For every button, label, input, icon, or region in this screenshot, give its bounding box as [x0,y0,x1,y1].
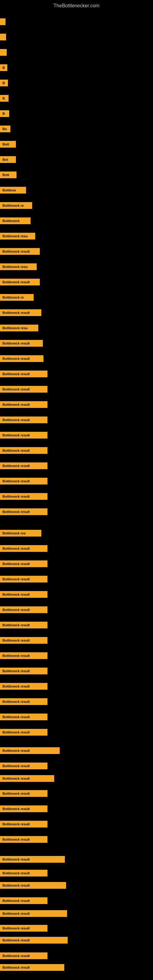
bar-label: Bottleneck result [1,547,31,550]
bar-label: Bottleneck result [1,449,31,452]
bar-rect: Bottleneck resu [0,325,38,331]
bar-rect: B [0,80,8,86]
bar-item: Bottleneck result [0,386,48,393]
bar-item: B [0,64,7,71]
bar-label: Bottleneck resu [1,265,29,269]
bar-item: Bottleneck result [0,545,48,552]
bar-item: Bottleneck result [0,355,43,362]
bar-item: Bottleneck result [0,508,48,515]
bar-label: Bottleneck result [1,387,31,391]
bar-rect: Bottleneck result [0,747,60,754]
bar-label: Bottleneck result [1,250,31,253]
bar-item: B [0,80,8,86]
bar-item: Bottleneck resu [0,263,37,270]
bar-item: Bottleneck result [0,560,48,567]
bar-label: Bottleneck result [1,495,31,498]
bar-label: Bottleneck result [1,638,31,642]
bar-item: Bottleneck result [0,790,48,797]
bar-rect: Bottleneck resu [0,263,37,270]
bar-label: Bottleneck result [1,858,31,861]
bar-rect: Bottleneck result [0,821,48,827]
bar-label: Bottleneck result [1,479,31,483]
bar-item: Bottleneck result [0,401,48,408]
bar-label: Bottleneck result [1,562,31,566]
bar-rect: Bottleneck result [0,897,48,904]
bar-rect: B [0,110,9,117]
bar-rect: Bottleneck result [0,836,48,843]
bar-rect [0,18,5,25]
bar-label: Bottleneck result [1,510,31,514]
bar-item: Bottleneck result [0,606,48,613]
bar-label: Bottleneck result [1,939,31,942]
bar-rect: Bottleneck re [0,294,33,301]
bar-item: Bottleneck result [0,668,48,675]
bar-item: Bottleneck result [0,591,48,598]
bar-item: Bottleneck result [0,447,48,454]
bar-rect: Bottleneck result [0,870,48,877]
bar-item: Bottleneck res [0,530,41,536]
bar-label: Bottleneck result [1,342,31,345]
bar-item: Bottleneck result [0,652,48,659]
bar-rect: Bottleneck result [0,637,48,644]
bar-item: Bottleneck result [0,576,48,582]
bar-label: Bot [1,158,9,161]
bar-label: Bottleneck result [1,954,31,958]
bar-label: B [1,66,6,70]
bar-label: Bottleneck result [1,715,31,719]
bar-rect: Bott [0,172,16,178]
bar-item: Bottleneck re [0,294,33,301]
bar-rect: Bottleneck result [0,964,64,971]
bar-rect: Bottleneck result [0,937,68,943]
bar-label: Bottleneck result [1,464,31,468]
bar-label: Bottleneck result [1,730,31,734]
bar-label: Bottleneck result [1,883,31,887]
bar-item: Bottleneck result [0,925,48,932]
bar-item: Bottleneck result [0,775,54,782]
bar-label: Bottleneck result [1,654,31,657]
bar-rect: Bottleneck result [0,805,48,812]
bar-rect: Bottleneck result [0,882,66,889]
bar-label: Bottleneck result [1,433,31,437]
bar-rect: Bot [0,156,16,163]
bar-label: Bottleneck result [1,838,31,841]
bar-label: Bottleneck result [1,871,31,875]
bar-rect: Bottleneck result [0,386,48,393]
bar-label: Bottleneck result [1,684,31,688]
bar-rect: Bottleneck result [0,925,48,932]
bar-rect: Bott [0,141,16,148]
bar-item: Bottleneck result [0,622,48,628]
bar-rect: Bottleneck result [0,417,48,423]
bar-item: Bottleneck result [0,248,40,255]
bar-item: Bottleneck result [0,698,48,705]
bar-rect: Bottleneck result [0,576,48,582]
bar-label: Bottleneck result [1,623,31,627]
bar-rect: Bottleneck result [0,560,48,567]
bar-label: Bottleneck result [1,912,31,915]
chart-area: TheBottlenecker.com BBBBBoBottBotBottBot… [0,0,153,980]
bar-rect: Bottleneck result [0,953,48,959]
bar-item: Bottleneck result [0,729,48,736]
bar-rect: Bottleneck result [0,606,48,613]
bar-item [0,34,6,40]
bar-label: B [1,97,6,100]
bar-label: Bottleneck result [1,372,31,376]
bar-rect: Bottleneck result [0,622,48,628]
bar-label: Bottleneck result [1,669,31,673]
bar-label: Bottleneck result [1,311,31,315]
bar-item: Bottleneck result [0,897,48,904]
bar-label: Bottleneck result [1,926,31,930]
bar-item: Bott [0,141,16,148]
bar-rect: Bottleneck result [0,775,54,782]
bar-item: Bottleneck resu [0,325,38,331]
bar-item: Bottleneck re [0,202,32,209]
bar-item: Bo [0,126,10,132]
bar-label: Bottleneck result [1,577,31,581]
bar-rect: Bottleneck result [0,478,48,485]
bar-rect: B [0,64,7,71]
bar-label: Bott [1,142,10,146]
bar-label: Bottleneck res [1,531,27,535]
bar-rect: Bottleneck result [0,493,48,500]
bar-label: Bottleneck [1,219,21,223]
bar-label: Bottleneck result [1,700,31,703]
bar-rect: Bottleneck result [0,340,43,347]
